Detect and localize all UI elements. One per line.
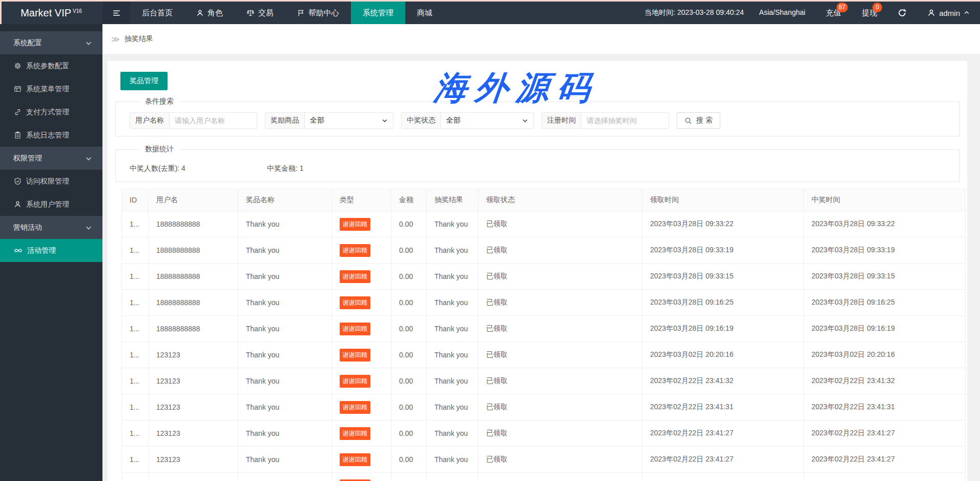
cell-prize-name: Thank you: [238, 447, 332, 473]
top-navbar: Market VIP V16 后台首页 角色 交易 帮助中心 系统管理 商城 当…: [0, 2, 980, 24]
table-row: 1... 18888888888 Thank you 谢谢回顾 0.00 Tha…: [122, 290, 966, 316]
amount-stat-label: 中奖金额:: [267, 164, 300, 172]
cell-win-time: 2023年03月28日 09:33:15: [804, 264, 966, 290]
nav-item[interactable]: 交易: [235, 2, 285, 24]
cell-type: 谢谢回顾: [332, 237, 391, 264]
window-icon: [14, 85, 22, 93]
sidebar-item[interactable]: 活动管理: [0, 239, 102, 262]
cell-type: 谢谢回顾: [332, 420, 391, 447]
link-icon: [14, 108, 22, 116]
type-badge: 谢谢回顾: [340, 270, 370, 283]
cell-claim-status: 已领取: [478, 211, 642, 237]
cell-claim-time: 2023年03月28日 09:33:19: [642, 237, 804, 264]
cell-username: 18888888888: [149, 211, 238, 237]
username-field-group: 用户名称: [130, 112, 257, 129]
cell-amount: 0.00: [391, 237, 427, 264]
hamburger-button[interactable]: [102, 2, 130, 24]
nav-item[interactable]: 角色: [184, 2, 235, 24]
prize-select[interactable]: 全部: [305, 113, 393, 128]
type-badge: 谢谢回顾: [340, 479, 370, 481]
table-row: 1... 18888888888 Thank you 谢谢回顾 0.00 Tha…: [122, 264, 966, 290]
stats-panel: 数据统计 中奖人数(去重): 4 中奖金额: 1: [115, 145, 960, 182]
navbar-right: 当地时间: 2023-03-28 09:40:24 Asia/Shanghai …: [644, 2, 980, 24]
cell-draw-result: Thank you: [427, 342, 478, 368]
cell-draw-result: Thank you: [427, 264, 478, 290]
column-header: 领取状态: [478, 189, 642, 211]
user-menu[interactable]: admin: [927, 9, 970, 17]
chevron-down-icon: [85, 155, 92, 162]
sidebar-group-header[interactable]: 权限管理: [0, 147, 102, 170]
user-icon: [927, 9, 935, 17]
cell-amount: 0.00: [391, 316, 427, 342]
table-row: 1... 123123 Thank you 谢谢回顾 0.00 Thank yo…: [122, 447, 966, 473]
chevron-down-icon: [85, 39, 92, 47]
cell-prize-name: Thank you: [238, 264, 332, 290]
cell-claim-status: 已领取: [478, 342, 642, 368]
cell-claim-time: 2023年03月28日 09:16:19: [642, 316, 804, 342]
cell-type: 谢谢回顾: [332, 264, 391, 290]
type-badge: 谢谢回顾: [340, 453, 370, 466]
person-icon: [14, 201, 22, 208]
cell-prize-name: Thank you: [238, 394, 332, 420]
status-select-group: 中奖状态 全部: [401, 112, 534, 129]
recharge-button[interactable]: 充值 87: [826, 8, 841, 18]
cell-username: 123123: [149, 447, 238, 473]
search-button[interactable]: 搜 索: [677, 112, 720, 129]
time-field-label: 注册时间: [542, 113, 581, 128]
search-button-label: 搜 索: [696, 116, 713, 125]
cell-id: 1...: [122, 264, 149, 290]
refresh-button[interactable]: [898, 8, 907, 17]
cell-type: 谢谢回顾: [332, 316, 391, 342]
type-badge: 谢谢回顾: [340, 323, 370, 335]
sidebar-item[interactable]: 系统参数配置: [0, 54, 102, 77]
withdraw-button[interactable]: 提现 0: [862, 8, 877, 18]
cell-win-time: 2023年03月28日 09:33:22: [804, 211, 966, 237]
column-header: 中奖时间: [804, 189, 966, 211]
nav-item[interactable]: 后台首页: [130, 2, 184, 24]
search-icon: [684, 117, 692, 125]
nav-item[interactable]: 商城: [405, 2, 444, 24]
cell-amount: 0.00: [391, 342, 427, 368]
timezone-text: Asia/Shanghai: [759, 8, 805, 16]
search-panel: 条件搜索 用户名称 奖励商品 全部 中奖状态 全部 注: [115, 97, 960, 136]
sidebar-item[interactable]: 系统日志管理: [0, 124, 102, 147]
draw-time-input[interactable]: [581, 113, 669, 128]
type-badge: 谢谢回顾: [340, 244, 370, 257]
winners-stat: 中奖人数(去重): 4: [130, 164, 267, 173]
amount-stat-value: 1: [300, 164, 304, 172]
type-badge: 谢谢回顾: [340, 349, 370, 362]
nav-item[interactable]: 帮助中心: [285, 2, 351, 24]
withdraw-badge: 0: [872, 3, 882, 12]
cell-claim-status: 已领取: [478, 264, 642, 290]
username-field-label: 用户名称: [130, 113, 170, 128]
status-select-value: 全部: [446, 116, 461, 125]
cell-draw-result: Thank you: [427, 368, 478, 394]
sidebar-group-header[interactable]: 系统配置: [0, 31, 102, 54]
main-panel: 奖品管理 条件搜索 用户名称 奖励商品 全部 中奖状态 全部: [108, 61, 967, 481]
chevron-up-icon: [964, 10, 970, 16]
cell-prize-name: Thank you: [238, 316, 332, 342]
cell-id: 1...: [122, 211, 149, 237]
window-top-border: [0, 0, 980, 2]
cell-username: 18888888888: [149, 290, 238, 316]
table-row: 1... 123123 Thank you 谢谢回顾 0.00 Thank yo…: [122, 394, 966, 420]
cell-win-time: 2023年03月28日 09:16:19: [804, 316, 966, 342]
sidebar-item[interactable]: 系统用户管理: [0, 193, 102, 216]
type-badge: 谢谢回顾: [340, 427, 370, 440]
cell-type: 谢谢回顾: [332, 447, 391, 473]
table-row: 1... 18888888888 Thank you 谢谢回顾 0.00 Tha…: [122, 316, 966, 342]
cell-win-time: 2023年02月22日 23:41:31: [804, 394, 966, 420]
cell-id: 1...: [122, 237, 149, 264]
status-select-label: 中奖状态: [402, 113, 441, 128]
sidebar-item[interactable]: 访问权限管理: [0, 170, 102, 193]
sidebar-item[interactable]: 系统菜单管理: [0, 77, 102, 101]
cell-username: 18888888888: [149, 264, 238, 290]
username-input[interactable]: [170, 113, 257, 128]
sidebar-item[interactable]: 支付方式管理: [0, 101, 102, 124]
nav-item[interactable]: 系统管理: [351, 2, 405, 24]
prize-manage-button[interactable]: 奖品管理: [120, 72, 168, 90]
type-badge: 谢谢回顾: [340, 296, 370, 309]
sidebar-group-header[interactable]: 营销活动: [0, 216, 102, 239]
winners-stat-value: 4: [181, 164, 185, 172]
status-select[interactable]: 全部: [441, 113, 533, 128]
